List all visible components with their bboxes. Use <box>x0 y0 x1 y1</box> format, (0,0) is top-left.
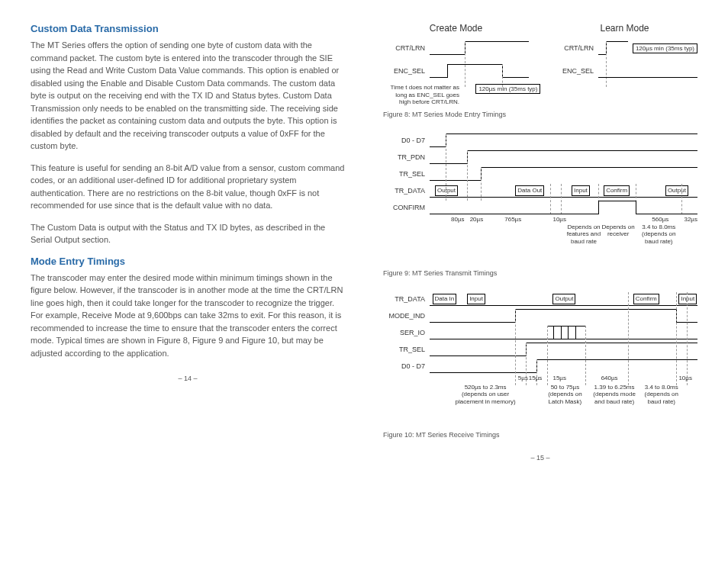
signal-label: CONFIRM <box>383 204 430 211</box>
signal-label: TR_DATA <box>383 295 430 303</box>
figure-8-diagram: Create Mode CRT/LRN ENC_SEL <box>383 23 697 106</box>
timing-value: 120µs min (35ms typ) <box>475 84 540 94</box>
paragraph: The Custom Data is output with the Statu… <box>31 221 345 246</box>
signal-label: TR_DATA <box>383 187 430 195</box>
trace-box: Input <box>678 294 697 304</box>
signal-label: D0 - D7 <box>383 137 430 144</box>
timing-label: 20µs <box>470 216 484 224</box>
timing-note: 1.39 to 6.25ms (depends mode and baud ra… <box>588 384 641 406</box>
signal-label: TR_SEL <box>383 170 430 178</box>
timing-label: 80µs <box>451 216 465 224</box>
timing-label: 765µs <box>504 216 521 224</box>
timing-label: 5µs <box>518 375 528 382</box>
learn-mode-title: Learn Mode <box>552 23 697 34</box>
figure-9-diagram: D0 - D7 TR_PDN TR_SEL <box>383 132 697 246</box>
paragraph: The MT Series offers the option of sendi… <box>31 39 345 153</box>
figure-10-caption: Figure 10: MT Series Receive Timings <box>383 431 697 439</box>
timing-note: 3.4 to 8.0ms (depends on baud rate) <box>639 384 685 406</box>
signal-label: MODE_IND <box>383 312 430 320</box>
figure-9-caption: Figure 9: MT Series Transmit Timings <box>383 269 697 277</box>
timing-note: Time t does not matter as long as ENC_SE… <box>383 84 462 106</box>
timing-label: 32µs <box>684 216 697 224</box>
trace-box: Data Out <box>515 185 544 196</box>
trace-box: Output <box>665 185 688 196</box>
timing-note: 3.4 to 8.0ms (depends on baud rate) <box>636 224 681 246</box>
signal-label: CRT/LRN <box>383 44 430 52</box>
timing-label: 15µs <box>552 375 566 382</box>
timing-label: 10µs <box>678 375 692 382</box>
page-number-right: – 15 – <box>383 454 697 462</box>
signal-label: SER_IO <box>383 329 430 336</box>
signal-label: ENC_SEL <box>552 67 598 75</box>
timing-label: 10µs <box>552 216 566 224</box>
figure-8-caption: Figure 8: MT Series Mode Entry Timings <box>383 111 697 118</box>
trace-box: Input <box>467 294 485 304</box>
left-column: Custom Data Transmission The MT Series o… <box>31 23 345 462</box>
timing-note: Depends on receiver <box>601 224 636 238</box>
timing-label: 560µs <box>652 216 668 224</box>
paragraph: The transcoder may enter the desired mod… <box>31 272 345 360</box>
signal-label: TR_PDN <box>383 153 430 161</box>
timing-label: 640µs <box>601 375 618 382</box>
timing-note: Depends on features and baud rate <box>561 224 607 246</box>
create-mode-title: Create Mode <box>383 23 529 34</box>
timing-value: 120µs min (35ms typ) <box>633 43 697 53</box>
signal-label: TR_SEL <box>383 346 430 353</box>
heading-custom-data: Custom Data Transmission <box>31 23 345 34</box>
trace-box: Data In <box>433 294 457 304</box>
signal-label: D0 - D7 <box>383 362 430 370</box>
trace-box: Confirm <box>633 294 659 304</box>
trace-box: Confirm <box>604 185 630 196</box>
timing-label: 15µs <box>529 375 543 382</box>
signal-label: ENC_SEL <box>383 67 430 75</box>
trace-box: Input <box>572 185 590 196</box>
signal-label: CRT/LRN <box>552 44 598 52</box>
timing-note: 50 to 75µs (depends on Latch Mask) <box>542 384 588 406</box>
timing-note: 520µs to 2.3ms (depends on user placemen… <box>451 384 520 406</box>
heading-mode-entry: Mode Entry Timings <box>31 256 345 267</box>
figure-10-diagram: TR_DATA Data In Input Output Confirm Inp… <box>383 291 697 405</box>
paragraph: This feature is useful for sending an 8-… <box>31 162 345 212</box>
trace-box: Output <box>552 294 575 304</box>
page-number-left: – 14 – <box>31 375 345 382</box>
right-column: Create Mode CRT/LRN ENC_SEL <box>383 23 697 462</box>
